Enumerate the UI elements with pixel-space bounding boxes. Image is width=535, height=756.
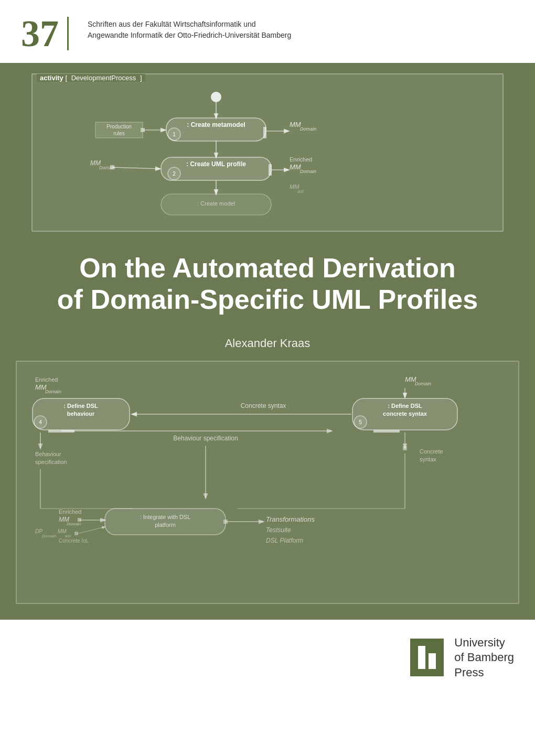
fork1 <box>263 127 266 138</box>
logo-bars <box>418 646 436 669</box>
define-dsl-b-text2: behaviour <box>67 411 95 417</box>
initial-node <box>211 92 221 102</box>
define-dsl-c-text2: concrete syntax <box>383 411 427 417</box>
behaviour-spec-center: Behaviour specification <box>173 435 238 442</box>
integrate-dsl-text1: : Integrate with DSL <box>140 514 191 520</box>
fork2 <box>269 164 272 176</box>
process-name: DevelopmentProcess <box>71 74 136 82</box>
mm-domain-right-top-sub: Domain <box>415 381 431 386</box>
logo-bar-tall <box>418 646 425 669</box>
title-line1: On the Automated Derivation <box>79 253 455 283</box>
activity-keyword: activity <box>40 74 63 82</box>
dp-pin <box>74 532 78 535</box>
concrete-iol-text: Concrete IoL <box>59 538 89 544</box>
issue-number: 37 <box>21 15 67 52</box>
enriched-mm-sub: Domain <box>300 169 316 174</box>
behaviour-spec-output-left2: specification <box>35 459 67 465</box>
top-activity-svg: : Create metamodel 1 Production rules MM… <box>33 84 515 231</box>
create-metamodel-text: : Create metamodel <box>187 121 245 128</box>
integrate-pin <box>223 520 228 524</box>
uml-activity-diagram: activity [ DevelopmentProcess ] : Create… <box>31 73 504 232</box>
subtitle-line2: Angewandte Informatik der Otto-Friedrich… <box>88 30 291 41</box>
enriched-text: Enriched <box>290 156 312 163</box>
prod-pin <box>141 128 145 132</box>
university-line3: Press <box>454 665 514 681</box>
bracket-open: [ <box>65 74 67 82</box>
mm-domain-text1: MM <box>290 121 301 128</box>
university-line2: of Bamberg <box>454 650 514 665</box>
integrate-dsl-text2: platform <box>155 522 176 528</box>
arrow-mmdomain-createuml <box>112 167 160 169</box>
mm-ast-sub: ast <box>297 189 304 194</box>
concrete-syntax-right: Concrete <box>420 448 443 455</box>
transformations-text: Transformations <box>266 515 315 523</box>
lower-activity-svg: Enriched MM Domain MM Domain : Define DS… <box>27 372 499 592</box>
logo-bar-short <box>429 653 436 669</box>
mmdomain-pin <box>110 165 114 169</box>
author-name: Alexander Kraas <box>0 337 535 350</box>
top-uml-section: activity [ DevelopmentProcess ] : Create… <box>0 63 535 232</box>
concrete-syntax-center-label: Concrete syntax <box>241 402 286 409</box>
main-title: On the Automated Derivation of Domain-Sp… <box>31 253 504 316</box>
behaviour-spec-output-left: Behaviour <box>35 451 61 457</box>
enriched-pin <box>78 518 81 522</box>
university-line1: University <box>454 635 514 651</box>
create-model-text: : Create model <box>197 200 235 207</box>
author-section: Alexander Kraas <box>0 331 535 361</box>
pin-right <box>403 446 407 450</box>
fork-right-bottom <box>373 430 400 433</box>
mm-domain-sub1: Domain <box>300 126 316 132</box>
node-num-2-label: 2 <box>173 171 176 177</box>
create-uml-profile-text: : Create UML profile <box>186 160 246 168</box>
header-number-block: 37 <box>21 15 77 52</box>
production-rules-text: Production <box>106 124 132 129</box>
title-section: On the Automated Derivation of Domain-Sp… <box>0 232 535 331</box>
header-area: 37 Schriften aus der Fakultät Wirtschaft… <box>0 0 535 63</box>
header-divider <box>67 17 69 50</box>
dp-domain-sub: Domain <box>42 534 57 538</box>
enriched-left-top: Enriched <box>35 376 58 383</box>
concrete-syntax-right2: syntax <box>420 456 436 462</box>
production-rules-text2: rules <box>113 131 125 136</box>
mm-domain-left-sub: Domain <box>45 389 61 394</box>
node-num-5-label: 5 <box>359 419 362 425</box>
diagram-background: activity [ DevelopmentProcess ] : Create… <box>0 63 535 620</box>
header-subtitle: Schriften aus der Fakultät Wirtschaftsin… <box>88 15 291 41</box>
arrow-dp-integrate <box>77 527 105 534</box>
enriched-bottom: Enriched <box>59 509 81 515</box>
enriched-mm-text: MM <box>290 163 301 171</box>
title-line2: of Domain-Specific UML Profiles <box>57 284 478 315</box>
define-dsl-c-text1: : Define DSL <box>388 403 422 409</box>
node-num-4-label: 4 <box>39 419 42 425</box>
define-dsl-b-text1: : Define DSL <box>63 403 98 409</box>
uml-activity-label: activity [ DevelopmentProcess ] <box>37 74 145 82</box>
node-num-1-label: 1 <box>173 132 176 137</box>
mm-domain-bottom-sub: Domain <box>67 522 81 526</box>
lower-uml-diagram: Enriched MM Domain MM Domain : Define DS… <box>16 361 519 604</box>
bracket-close: ] <box>140 74 142 82</box>
footer-area: University of Bamberg Press <box>0 620 535 696</box>
lower-diagram: Enriched MM Domain MM Domain : Define DS… <box>0 361 535 620</box>
dsl-platform-text: DSL Platform <box>266 537 303 544</box>
subtitle-line1: Schriften aus der Fakultät Wirtschaftsin… <box>88 19 291 30</box>
footer-university-text: University of Bamberg Press <box>454 635 514 681</box>
testsuite-text: Testsuite <box>266 526 291 534</box>
university-logo <box>410 639 444 676</box>
